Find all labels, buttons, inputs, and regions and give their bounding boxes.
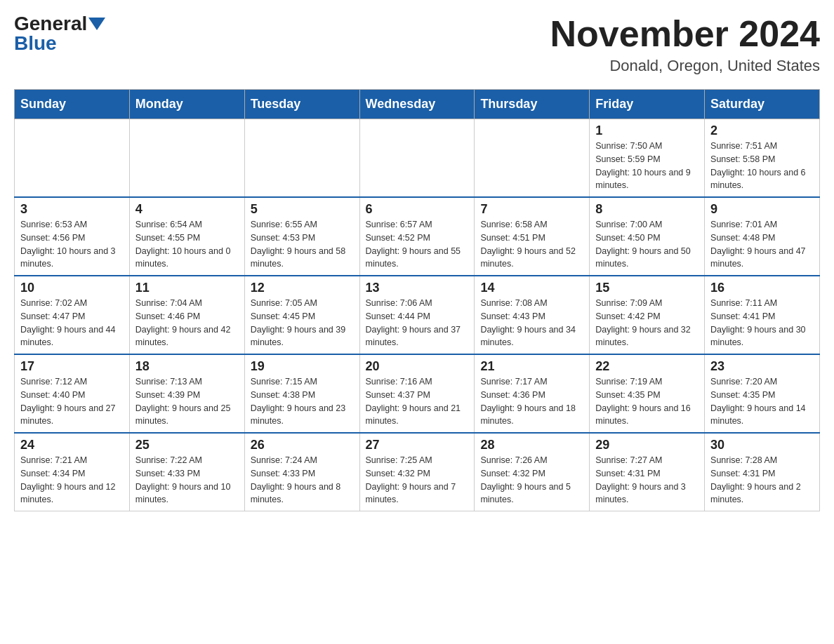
day-info: Sunrise: 6:54 AMSunset: 4:55 PMDaylight:… xyxy=(135,218,239,271)
header-friday: Friday xyxy=(590,90,705,119)
logo-general-text: General xyxy=(14,14,87,34)
table-row: 22Sunrise: 7:19 AMSunset: 4:35 PMDayligh… xyxy=(590,354,705,433)
day-info: Sunrise: 7:20 AMSunset: 4:35 PMDaylight:… xyxy=(710,375,814,428)
month-title: November 2024 xyxy=(550,14,820,54)
table-row xyxy=(129,119,244,198)
day-number: 22 xyxy=(595,359,699,374)
table-row xyxy=(359,119,475,198)
day-info: Sunrise: 7:01 AMSunset: 4:48 PMDaylight:… xyxy=(710,218,814,271)
table-row: 8Sunrise: 7:00 AMSunset: 4:50 PMDaylight… xyxy=(590,197,705,276)
day-info: Sunrise: 7:05 AMSunset: 4:45 PMDaylight:… xyxy=(251,297,354,349)
header-wednesday: Wednesday xyxy=(359,90,475,119)
day-number: 15 xyxy=(595,281,699,295)
table-row: 21Sunrise: 7:17 AMSunset: 4:36 PMDayligh… xyxy=(475,354,590,433)
day-number: 13 xyxy=(366,281,469,295)
table-row: 15Sunrise: 7:09 AMSunset: 4:42 PMDayligh… xyxy=(590,276,705,354)
day-info: Sunrise: 7:24 AMSunset: 4:33 PMDaylight:… xyxy=(251,454,354,507)
table-row: 26Sunrise: 7:24 AMSunset: 4:33 PMDayligh… xyxy=(244,433,359,511)
day-info: Sunrise: 7:22 AMSunset: 4:33 PMDaylight:… xyxy=(135,454,239,507)
table-row: 13Sunrise: 7:06 AMSunset: 4:44 PMDayligh… xyxy=(359,276,475,354)
header-tuesday: Tuesday xyxy=(244,90,359,119)
day-info: Sunrise: 7:25 AMSunset: 4:32 PMDaylight:… xyxy=(366,454,469,507)
day-info: Sunrise: 7:06 AMSunset: 4:44 PMDaylight:… xyxy=(366,297,469,349)
calendar-week-row: 24Sunrise: 7:21 AMSunset: 4:34 PMDayligh… xyxy=(15,433,820,511)
table-row: 20Sunrise: 7:16 AMSunset: 4:37 PMDayligh… xyxy=(359,354,475,433)
day-number: 4 xyxy=(135,202,239,217)
day-info: Sunrise: 7:04 AMSunset: 4:46 PMDaylight:… xyxy=(135,297,239,349)
day-info: Sunrise: 7:13 AMSunset: 4:39 PMDaylight:… xyxy=(135,375,239,428)
day-number: 1 xyxy=(595,123,699,138)
day-number: 26 xyxy=(251,438,354,452)
table-row: 24Sunrise: 7:21 AMSunset: 4:34 PMDayligh… xyxy=(15,433,130,511)
table-row: 11Sunrise: 7:04 AMSunset: 4:46 PMDayligh… xyxy=(129,276,244,354)
day-number: 3 xyxy=(20,202,124,217)
calendar-week-row: 10Sunrise: 7:02 AMSunset: 4:47 PMDayligh… xyxy=(15,276,820,354)
day-number: 24 xyxy=(20,438,124,452)
table-row: 12Sunrise: 7:05 AMSunset: 4:45 PMDayligh… xyxy=(244,276,359,354)
table-row xyxy=(15,119,130,198)
table-row: 7Sunrise: 6:58 AMSunset: 4:51 PMDaylight… xyxy=(475,197,590,276)
day-number: 12 xyxy=(251,281,354,295)
day-info: Sunrise: 7:12 AMSunset: 4:40 PMDaylight:… xyxy=(20,375,124,428)
calendar-table: Sunday Monday Tuesday Wednesday Thursday… xyxy=(14,89,820,511)
table-row: 2Sunrise: 7:51 AMSunset: 5:58 PMDaylight… xyxy=(705,119,820,198)
title-area: November 2024 Donald, Oregon, United Sta… xyxy=(550,14,820,75)
day-number: 23 xyxy=(710,359,814,374)
day-number: 7 xyxy=(480,202,583,217)
table-row: 4Sunrise: 6:54 AMSunset: 4:55 PMDaylight… xyxy=(129,197,244,276)
calendar-week-row: 3Sunrise: 6:53 AMSunset: 4:56 PMDaylight… xyxy=(15,197,820,276)
day-info: Sunrise: 6:58 AMSunset: 4:51 PMDaylight:… xyxy=(480,218,583,271)
location-text: Donald, Oregon, United States xyxy=(550,57,820,75)
table-row: 17Sunrise: 7:12 AMSunset: 4:40 PMDayligh… xyxy=(15,354,130,433)
table-row xyxy=(475,119,590,198)
calendar-week-row: 1Sunrise: 7:50 AMSunset: 5:59 PMDaylight… xyxy=(15,119,820,198)
table-row: 23Sunrise: 7:20 AMSunset: 4:35 PMDayligh… xyxy=(705,354,820,433)
day-number: 30 xyxy=(710,438,814,452)
header-thursday: Thursday xyxy=(475,90,590,119)
day-number: 5 xyxy=(251,202,354,217)
table-row: 10Sunrise: 7:02 AMSunset: 4:47 PMDayligh… xyxy=(15,276,130,354)
day-info: Sunrise: 6:55 AMSunset: 4:53 PMDaylight:… xyxy=(251,218,354,271)
logo-triangle-icon xyxy=(88,18,105,30)
table-row: 9Sunrise: 7:01 AMSunset: 4:48 PMDaylight… xyxy=(705,197,820,276)
logo-blue-text: Blue xyxy=(14,32,57,54)
table-row: 5Sunrise: 6:55 AMSunset: 4:53 PMDaylight… xyxy=(244,197,359,276)
day-info: Sunrise: 7:16 AMSunset: 4:37 PMDaylight:… xyxy=(366,375,469,428)
table-row: 18Sunrise: 7:13 AMSunset: 4:39 PMDayligh… xyxy=(129,354,244,433)
day-number: 16 xyxy=(710,281,814,295)
day-number: 18 xyxy=(135,359,239,374)
calendar-week-row: 17Sunrise: 7:12 AMSunset: 4:40 PMDayligh… xyxy=(15,354,820,433)
day-info: Sunrise: 7:21 AMSunset: 4:34 PMDaylight:… xyxy=(20,454,124,507)
table-row: 1Sunrise: 7:50 AMSunset: 5:59 PMDaylight… xyxy=(590,119,705,198)
table-row: 29Sunrise: 7:27 AMSunset: 4:31 PMDayligh… xyxy=(590,433,705,511)
header-sunday: Sunday xyxy=(15,90,130,119)
day-number: 28 xyxy=(480,438,583,452)
table-row: 30Sunrise: 7:28 AMSunset: 4:31 PMDayligh… xyxy=(705,433,820,511)
day-number: 8 xyxy=(595,202,699,217)
table-row: 16Sunrise: 7:11 AMSunset: 4:41 PMDayligh… xyxy=(705,276,820,354)
day-info: Sunrise: 7:27 AMSunset: 4:31 PMDaylight:… xyxy=(595,454,699,507)
table-row: 28Sunrise: 7:26 AMSunset: 4:32 PMDayligh… xyxy=(475,433,590,511)
day-number: 27 xyxy=(366,438,469,452)
day-number: 14 xyxy=(480,281,583,295)
table-row: 27Sunrise: 7:25 AMSunset: 4:32 PMDayligh… xyxy=(359,433,475,511)
calendar-header-row: Sunday Monday Tuesday Wednesday Thursday… xyxy=(15,90,820,119)
header-monday: Monday xyxy=(129,90,244,119)
day-number: 19 xyxy=(251,359,354,374)
day-number: 2 xyxy=(710,123,814,138)
day-info: Sunrise: 7:02 AMSunset: 4:47 PMDaylight:… xyxy=(20,297,124,349)
day-info: Sunrise: 7:00 AMSunset: 4:50 PMDaylight:… xyxy=(595,218,699,271)
table-row: 14Sunrise: 7:08 AMSunset: 4:43 PMDayligh… xyxy=(475,276,590,354)
day-info: Sunrise: 6:57 AMSunset: 4:52 PMDaylight:… xyxy=(366,218,469,271)
day-info: Sunrise: 7:11 AMSunset: 4:41 PMDaylight:… xyxy=(710,297,814,349)
day-info: Sunrise: 6:53 AMSunset: 4:56 PMDaylight:… xyxy=(20,218,124,271)
day-number: 29 xyxy=(595,438,699,452)
logo: General Blue xyxy=(14,14,105,53)
day-number: 11 xyxy=(135,281,239,295)
day-info: Sunrise: 7:08 AMSunset: 4:43 PMDaylight:… xyxy=(480,297,583,349)
day-number: 21 xyxy=(480,359,583,374)
day-number: 9 xyxy=(710,202,814,217)
day-info: Sunrise: 7:50 AMSunset: 5:59 PMDaylight:… xyxy=(595,140,699,192)
day-number: 6 xyxy=(366,202,469,217)
day-number: 10 xyxy=(20,281,124,295)
